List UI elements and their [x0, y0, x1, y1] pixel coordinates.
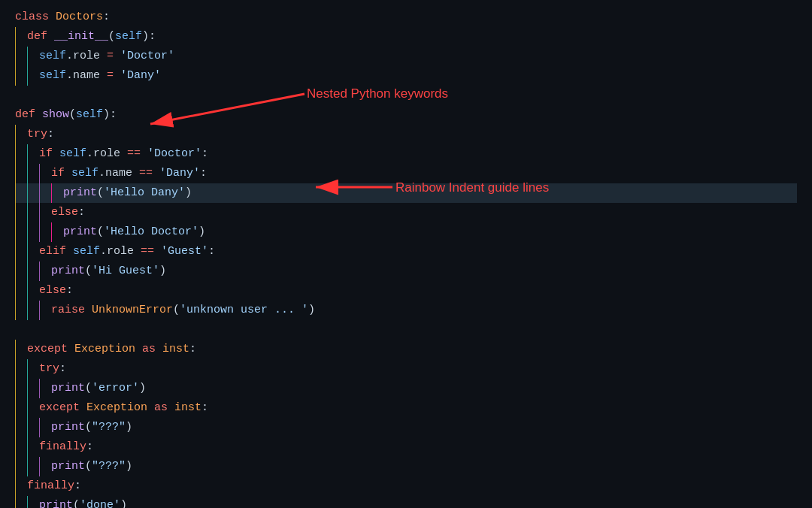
indent-guide-cyan [27, 222, 39, 242]
code-line-14: print('Hi Guest') [15, 262, 797, 281]
code-line-13: elif self.role == 'Guest': [15, 242, 797, 262]
indent-guide-purple [39, 301, 51, 320]
indent-guide-cyan [27, 164, 39, 183]
indent-guide-cyan [27, 379, 39, 398]
indent-guide-yellow [15, 222, 27, 242]
code-line-11: else: [15, 203, 797, 222]
code-line-3: self.role = 'Doctor' [15, 47, 797, 66]
indent-guide-purple [39, 457, 51, 476]
code-line-22: print("???") [15, 418, 797, 437]
code-line-19: try: [15, 359, 797, 379]
code-line-6: def show(self): [15, 105, 797, 125]
class-name: Doctors [56, 8, 103, 26]
indent-guide-yellow [15, 496, 27, 508]
indent-guide-yellow [15, 144, 27, 164]
indent-guide-cyan [27, 262, 39, 281]
indent-guide-cyan [27, 457, 39, 476]
code-line-26: print('done') [15, 496, 797, 508]
code-line-12: print('Hello Doctor') [15, 222, 797, 242]
indent-guide-yellow [15, 203, 27, 222]
indent-guide-cyan [27, 203, 39, 222]
indent-guide-cyan [27, 496, 39, 508]
indent-guide-cyan [27, 47, 39, 66]
indent-guide-yellow [15, 457, 27, 476]
indent-guide-yellow [15, 398, 27, 418]
code-line-25: finally: [15, 476, 797, 496]
code-line-15: else: [15, 281, 797, 301]
indent-guide-pink [51, 222, 63, 242]
indent-guide-yellow [15, 476, 27, 496]
code-line-7: try: [15, 125, 797, 144]
code-line-21: except Exception as inst: [15, 398, 797, 418]
indent-guide-purple [39, 262, 51, 281]
indent-guide-yellow [15, 27, 27, 47]
indent-guide-yellow [15, 125, 27, 144]
indent-guide-pink [51, 183, 63, 203]
code-line-16: raise UnknownError('unknown user ... ') [15, 301, 797, 320]
code-line-8: if self.role == 'Doctor': [15, 144, 797, 164]
indent-guide-purple [39, 164, 51, 183]
indent-guide-purple [39, 379, 51, 398]
code-line-24: print("???") [15, 457, 797, 476]
code-line-blank1 [15, 86, 797, 105]
code-line-1: class Doctors: [15, 8, 797, 27]
indent-guide-cyan [27, 301, 39, 320]
indent-guide-cyan [27, 281, 39, 301]
indent-guide-yellow [15, 242, 27, 262]
indent-guide-cyan [27, 437, 39, 457]
code-line-20: print('error') [15, 379, 797, 398]
code-line-blank2 [15, 320, 797, 340]
indent-guide-cyan [27, 242, 39, 262]
indent-guide-purple [39, 183, 51, 203]
indent-guide-yellow [15, 47, 27, 66]
code-line-2: def __init__(self): [15, 27, 797, 47]
indent-guide-cyan [27, 418, 39, 437]
indent-guide-yellow [15, 359, 27, 379]
indent-guide-yellow [15, 418, 27, 437]
code-container: class Doctors: def __init__(self): self.… [0, 0, 812, 508]
indent-guide-cyan [27, 66, 39, 86]
indent-guide-yellow [15, 281, 27, 301]
indent-guide-cyan [27, 398, 39, 418]
code-line-9: if self.name == 'Dany': [15, 164, 797, 183]
indent-guide-purple [39, 418, 51, 437]
code-line-18: except Exception as inst: [15, 340, 797, 359]
indent-guide-yellow [15, 437, 27, 457]
code-line-10: print('Hello Dany') [15, 183, 797, 203]
indent-guide-cyan [27, 359, 39, 379]
indent-guide-yellow [15, 183, 27, 203]
indent-guide-yellow [15, 340, 27, 359]
code-line-4: self.name = 'Dany' [15, 66, 797, 86]
code-line-23: finally: [15, 437, 797, 457]
indent-guide-yellow [15, 66, 27, 86]
indent-guide-cyan [27, 144, 39, 164]
indent-guide-cyan [27, 183, 39, 203]
indent-guide-purple [39, 203, 51, 222]
indent-guide-yellow [15, 301, 27, 320]
indent-guide-yellow [15, 379, 27, 398]
indent-guide-yellow [15, 262, 27, 281]
kw-def: def [27, 28, 54, 46]
indent-guide-purple [39, 222, 51, 242]
kw-class: class [15, 8, 56, 26]
indent-guide-yellow [15, 164, 27, 183]
